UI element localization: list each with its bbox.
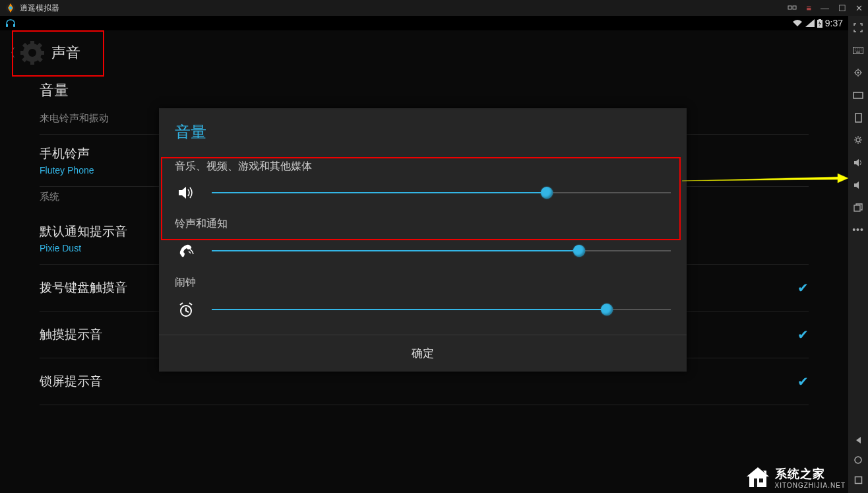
watermark: 系统之家 XITONGZHIJIA.NET (745, 465, 846, 489)
check-icon[interactable]: ✔ (797, 327, 809, 343)
app-logo-icon (5, 3, 16, 13)
multi-window-icon[interactable] (852, 202, 865, 213)
fullscreen-icon[interactable] (852, 22, 865, 33)
minimize-button[interactable]: — (821, 3, 829, 13)
svg-rect-9 (30, 41, 34, 46)
alarm-slider-label: 闹钟 (175, 276, 671, 290)
headphones-icon (5, 18, 16, 28)
toggle-a-icon[interactable] (788, 4, 797, 12)
svg-rect-28 (754, 478, 757, 487)
landscape-icon[interactable] (852, 90, 865, 100)
section-volume-title: 音量 (40, 75, 809, 108)
svg-point-17 (28, 49, 36, 57)
svg-rect-25 (854, 205, 860, 211)
media-volume-slider[interactable] (212, 192, 671, 193)
svg-rect-7 (819, 19, 821, 20)
svg-point-21 (857, 72, 859, 73)
confirm-button[interactable]: 确定 (159, 335, 687, 372)
volume-up-icon[interactable] (852, 157, 865, 168)
android-status-bar: 9:37 (0, 16, 848, 30)
nav-home-icon[interactable] (852, 455, 865, 465)
portrait-icon[interactable] (852, 112, 865, 123)
app-title: 逍遥模拟器 (20, 3, 59, 14)
svg-rect-22 (853, 92, 863, 98)
android-screen: 9:37 〈 声音 音量 来电铃声和振动 手机铃声 Flutey Phone 系… (0, 16, 848, 493)
check-icon[interactable]: ✔ (797, 280, 809, 296)
svg-rect-5 (13, 24, 15, 27)
alarm-clock-icon (175, 302, 197, 317)
ringtone-volume-slider[interactable] (212, 250, 671, 251)
gear-icon (18, 39, 46, 67)
alarm-volume-slider[interactable] (212, 309, 671, 310)
volume-down-icon[interactable] (852, 180, 865, 190)
keyboard-icon[interactable] (852, 45, 865, 55)
svg-rect-19 (853, 47, 863, 53)
svg-point-1 (9, 7, 13, 10)
media-slider-label: 音乐、视频、游戏和其他媒体 (175, 160, 671, 174)
speaker-icon (175, 185, 197, 200)
dialog-title: 音量 (159, 108, 687, 160)
svg-point-24 (856, 138, 860, 142)
svg-rect-2 (788, 6, 791, 9)
svg-rect-11 (20, 51, 26, 55)
svg-rect-4 (6, 24, 8, 27)
check-icon[interactable]: ✔ (797, 374, 809, 389)
ringtone-slider-label: 铃声和通知 (175, 217, 671, 231)
toggle-b-icon[interactable]: ≡ (806, 3, 811, 13)
window-controls: ≡ — ☐ ✕ (788, 3, 863, 13)
more-icon[interactable]: ••• (852, 224, 865, 235)
maximize-button[interactable]: ☐ (838, 3, 846, 13)
page-title: 声音 (51, 43, 80, 63)
emulator-side-toolbar: ••• (848, 16, 868, 493)
wifi-icon (792, 19, 803, 27)
svg-rect-12 (39, 51, 44, 55)
nav-back-icon[interactable] (852, 435, 865, 445)
battery-icon (817, 19, 822, 28)
close-button[interactable]: ✕ (855, 3, 863, 13)
phone-ring-icon (175, 243, 197, 259)
svg-rect-23 (855, 114, 861, 122)
nav-recent-icon[interactable] (852, 475, 865, 485)
volume-dialog: 音量 音乐、视频、游戏和其他媒体 铃声和通知 (159, 108, 687, 372)
signal-icon (805, 19, 815, 27)
house-logo-icon (745, 465, 771, 489)
svg-point-26 (855, 457, 861, 463)
status-time: 9:37 (825, 18, 843, 28)
svg-rect-10 (30, 59, 34, 65)
media-volume-section: 音乐、视频、游戏和其他媒体 (159, 160, 687, 217)
svg-rect-3 (793, 6, 796, 9)
alarm-volume-section: 闹钟 (159, 276, 687, 335)
location-icon[interactable] (852, 67, 865, 78)
settings-icon[interactable] (852, 135, 865, 145)
back-icon[interactable]: 〈 (4, 45, 16, 61)
ringtone-volume-section: 铃声和通知 (159, 217, 687, 276)
settings-header: 〈 声音 (0, 30, 848, 75)
svg-rect-29 (759, 478, 763, 482)
emulator-titlebar: 逍遥模拟器 ≡ — ☐ ✕ (0, 0, 868, 16)
svg-rect-27 (855, 477, 861, 483)
